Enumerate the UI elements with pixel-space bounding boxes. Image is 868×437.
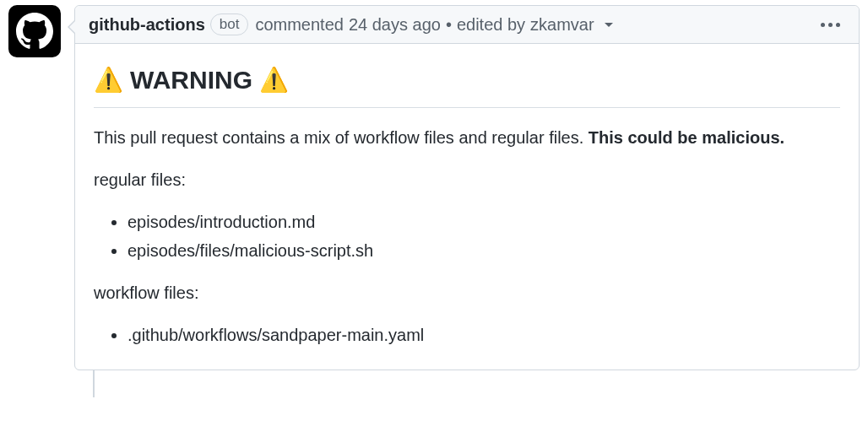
action-text: commented [255, 15, 344, 35]
regular-files-list: episodes/introduction.mdepisodes/files/m… [94, 209, 840, 263]
comment-body: ⚠️ WARNING ⚠️ This pull request contains… [75, 44, 859, 370]
list-item: episodes/introduction.md [127, 209, 840, 235]
warning-icon: ⚠️ [94, 62, 123, 98]
comment-box: github-actions bot commented 24 days ago… [74, 5, 860, 370]
avatar-wrap [8, 5, 61, 397]
bot-badge: bot [210, 13, 249, 35]
intro-text: This pull request contains a mix of work… [94, 128, 589, 147]
warning-icon: ⚠️ [259, 62, 289, 98]
timeline-item: github-actions bot commented 24 days ago… [8, 5, 860, 397]
comment-header: github-actions bot commented 24 days ago… [75, 6, 859, 44]
comment-header-left: github-actions bot commented 24 days ago… [89, 13, 613, 35]
intro-bold: This could be malicious. [589, 128, 784, 147]
list-item: episodes/files/malicious-script.sh [127, 238, 840, 263]
kebab-menu[interactable] [816, 18, 845, 32]
chevron-down-icon[interactable] [605, 23, 613, 27]
edited-prefix: edited by [457, 15, 525, 35]
workflow-files-label: workflow files: [94, 280, 840, 305]
timestamp[interactable]: 24 days ago [349, 15, 441, 35]
github-icon [16, 13, 53, 50]
separator: • [446, 15, 452, 35]
author-link[interactable]: github-actions [89, 15, 205, 35]
list-item: .github/workflows/sandpaper-main.yaml [127, 322, 840, 348]
workflow-files-list: .github/workflows/sandpaper-main.yaml [94, 322, 840, 348]
editor-link[interactable]: zkamvar [530, 15, 594, 35]
intro-paragraph: This pull request contains a mix of work… [94, 125, 840, 150]
regular-files-label: regular files: [94, 167, 840, 192]
avatar[interactable] [8, 5, 61, 57]
heading-text: WARNING [130, 61, 252, 99]
warning-heading: ⚠️ WARNING ⚠️ [94, 61, 840, 108]
